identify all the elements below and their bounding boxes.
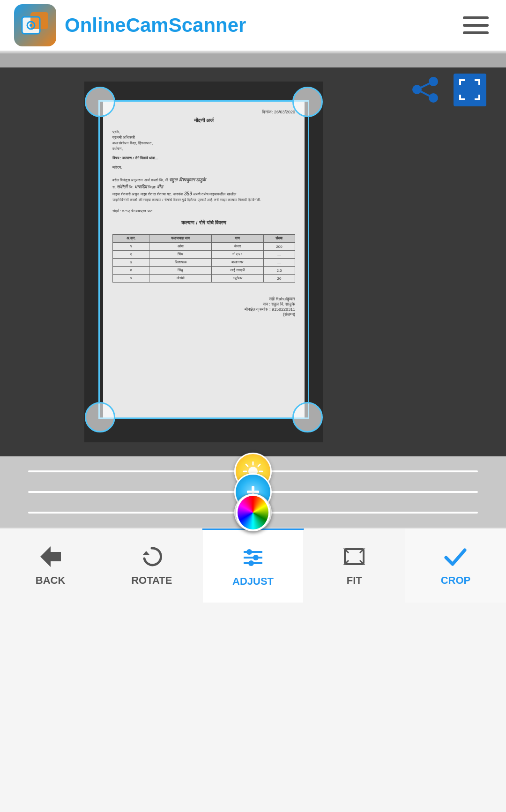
toolbar-crop[interactable]: CROP [405, 529, 506, 603]
crop-check-icon [443, 544, 468, 571]
fullscreen-icon [454, 74, 486, 106]
bottom-toolbar: BACK ROTATE ADJUST [0, 528, 506, 603]
sliders-area [0, 456, 506, 528]
svg-rect-19 [247, 491, 259, 493]
svg-point-4 [30, 24, 32, 27]
svg-line-17 [258, 464, 260, 466]
crop-overlay [98, 100, 309, 419]
svg-rect-20 [252, 486, 254, 491]
hamburger-line-1 [463, 16, 489, 19]
fullscreen-button[interactable] [452, 72, 487, 107]
brightness-track[interactable] [28, 470, 478, 472]
exposure-track[interactable] [28, 491, 478, 493]
logo-area: OnlineCamScanner [14, 4, 246, 46]
toolbar-adjust[interactable]: ADJUST [202, 529, 304, 603]
svg-point-29 [248, 560, 254, 566]
svg-marker-22 [40, 546, 61, 567]
hamburger-line-3 [463, 31, 489, 34]
color-slider-row [28, 512, 478, 514]
top-icons [408, 72, 487, 107]
crop-handle-top-right[interactable] [292, 87, 323, 117]
logo-text: OnlineCamScanner [65, 14, 246, 37]
crop-label: CROP [441, 574, 471, 587]
toolbar-back[interactable]: BACK [0, 529, 101, 603]
crop-handle-bottom-right[interactable] [292, 402, 323, 432]
adjust-icon [241, 545, 265, 572]
toolbar-rotate[interactable]: ROTATE [101, 529, 202, 603]
svg-line-15 [246, 464, 248, 466]
back-arrow-icon [38, 544, 63, 571]
rotate-label: ROTATE [131, 574, 172, 587]
exposure-slider-row [28, 491, 478, 493]
app-header: OnlineCamScanner [0, 0, 506, 52]
fit-icon [342, 544, 366, 571]
hamburger-line-2 [463, 24, 489, 27]
svg-line-9 [417, 89, 433, 98]
toolbar-fit[interactable]: FIT [304, 529, 405, 603]
svg-point-25 [246, 549, 252, 555]
hamburger-button[interactable] [459, 9, 492, 42]
main-area: दिनांक: 26/03/2020 नोंदणी अर्ज प्रति, प्… [0, 53, 506, 528]
svg-marker-23 [143, 551, 149, 555]
document-image: दिनांक: 26/03/2020 नोंदणी अर्ज प्रति, प्… [84, 82, 323, 442]
color-thumb[interactable] [234, 494, 272, 531]
brightness-slider-row [28, 470, 478, 472]
crop-handle-bottom-left[interactable] [85, 402, 115, 432]
color-track[interactable] [28, 512, 478, 514]
crop-handle-top-left[interactable] [85, 87, 115, 117]
logo-icon [14, 4, 56, 46]
document-area: दिनांक: 26/03/2020 नोंदणी अर्ज प्रति, प्… [0, 67, 506, 456]
back-label: BACK [36, 574, 66, 587]
rotate-icon [140, 544, 164, 571]
fit-label: FIT [347, 574, 362, 587]
share-button[interactable] [408, 72, 443, 107]
svg-point-27 [253, 555, 259, 560]
adjust-label: ADJUST [232, 575, 274, 588]
